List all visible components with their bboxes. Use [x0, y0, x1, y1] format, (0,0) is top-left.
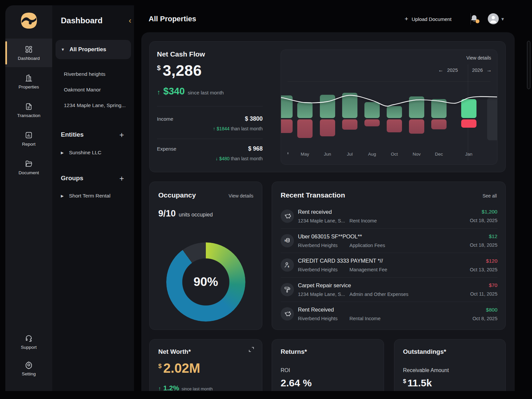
transaction-row[interactable]: $ Uber 063015 SF**POOL** Riverbend Heigh…	[281, 228, 497, 253]
transaction-title: Rent Received	[298, 307, 472, 313]
app-logo[interactable]	[20, 12, 38, 29]
card-title: Net Cash Flow	[157, 50, 205, 58]
main-content: Net Cash Flow $ 3,286 ↑ $340 since last …	[141, 32, 515, 391]
net-cash-flow-delta: ↑ $340 since last month	[157, 86, 224, 97]
user-icon	[488, 13, 499, 24]
cashflow-chart-panel: View details ← 2025 2026 → MayJunJulAugO…	[281, 50, 497, 165]
transaction-title: CREDIT CARD 3333 PAYMENT *//	[298, 258, 470, 264]
sidebar-item-report[interactable]: Report	[5, 124, 52, 153]
income-delta: ↑ $1844 than last month	[157, 126, 263, 131]
occupancy-percent: 90%	[166, 242, 245, 322]
transaction-row[interactable]: Carpet Repair service 1234 Maple Lane, S…	[281, 277, 497, 302]
sidebar-item-properties[interactable]: Properties	[5, 67, 52, 96]
transaction-category: Rent Income	[349, 218, 377, 223]
top-header: All Properties + Upload Document ▼	[134, 0, 532, 32]
avatar[interactable]	[488, 13, 499, 24]
scrollbar-thumb[interactable]	[527, 41, 530, 89]
net-cash-flow-card: Net Cash Flow $ 3,286 ↑ $340 since last …	[149, 41, 506, 172]
expense-delta: ↓ $480 than last month	[157, 156, 263, 161]
see-all-link[interactable]: See all	[482, 193, 497, 199]
transaction-title: Uber 063015 SF**POOL**	[298, 233, 470, 240]
currency-symbol: $	[158, 363, 162, 376]
sidebar-item-label: Support	[21, 345, 37, 350]
transaction-category: Application Fees	[349, 243, 385, 248]
expense-row: Expense $ 968	[157, 145, 263, 152]
svg-text:$: $	[285, 239, 286, 242]
add-entity-button[interactable]: +	[118, 131, 125, 139]
upload-document-button[interactable]: + Upload Document	[405, 15, 452, 23]
trend-line	[281, 50, 497, 165]
plus-icon: +	[405, 15, 408, 23]
outstandings-card: Outstandings* Receivable Amount $11.5k	[394, 339, 506, 391]
gear-icon	[25, 361, 33, 369]
transaction-amount: $1,200	[470, 209, 497, 215]
sidebar-item-label: Dashboard	[18, 56, 40, 61]
group-item[interactable]: ▶ Short Term Rental	[61, 193, 110, 199]
property-list-item[interactable]: Oakmont Manor	[64, 87, 130, 93]
sidebar-panel: Dashboard ‹ ▼ All Properties Riverbend h…	[52, 5, 134, 391]
sidebar-item-transaction[interactable]: Transaction	[5, 96, 52, 124]
transaction-title: Carpet Repair service	[298, 282, 470, 289]
transaction-date: Oct 11, 2025	[470, 291, 497, 297]
net-worth-value: $ 2.02M	[158, 361, 200, 376]
recent-transactions-card: Recent Transaction See all Rent received…	[272, 182, 506, 330]
card-title: Outstandings*	[403, 348, 446, 355]
divider	[157, 139, 263, 139]
card-title: Recent Transaction	[281, 191, 345, 199]
transaction-property: 1234 Maple Lane, S...	[298, 218, 349, 223]
arrow-down-icon: ↓	[215, 156, 218, 161]
page-title: All Properties	[149, 15, 196, 23]
piggy-bank-icon	[284, 212, 291, 220]
transaction-date: Oct 18, 2025	[470, 242, 497, 248]
property-list-item[interactable]: Riverbend heights	[64, 71, 130, 77]
transaction-row[interactable]: $ CREDIT CARD 3333 PAYMENT *// Riverbend…	[281, 253, 497, 277]
logo-icon	[20, 12, 38, 29]
dashboard-grid-icon	[25, 45, 33, 54]
expand-icon[interactable]	[248, 346, 255, 353]
income-row: Income $ 3800	[157, 115, 263, 122]
occupancy-card: Occupancy View details 9/10 units occupi…	[149, 182, 262, 330]
sidebar-item-dashboard[interactable]: Dashboard	[5, 39, 52, 67]
transaction-category: Admin and Other Expenses	[349, 292, 408, 297]
net-worth-card: Net Worth* $ 2.02M ↑ 1.2% since last mon…	[149, 339, 262, 391]
notification-badge	[475, 19, 479, 23]
property-list-item[interactable]: 1234 Maple Lane, Spring...	[64, 102, 130, 108]
transaction-date: Oct 8, 2025	[472, 316, 497, 321]
card-title: Occupancy	[158, 191, 196, 199]
sidebar-item-support[interactable]: Support	[5, 329, 52, 355]
add-group-button[interactable]: +	[118, 175, 125, 183]
property-selector[interactable]: ▼ All Properties	[56, 40, 131, 59]
transaction-amount: $70	[470, 282, 497, 288]
groups-heading: Groups	[61, 175, 83, 182]
sidebar-item-setting[interactable]: Setting	[5, 355, 52, 382]
roi-label: ROI	[281, 367, 290, 373]
currency-symbol: $	[157, 64, 161, 79]
returns-card: Returns* ROI 2.64 %	[272, 339, 384, 391]
sidebar-item-document[interactable]: Document	[5, 153, 52, 182]
transaction-date: Oct 13, 2025	[470, 267, 497, 272]
receivable-value: $11.5k	[403, 377, 432, 389]
rail-footer: Support Setting	[5, 329, 52, 382]
piggy-bank-icon	[284, 310, 291, 318]
transaction-property: Riverbend Heights	[298, 243, 349, 248]
collapse-chevron-icon[interactable]: ‹	[129, 17, 131, 25]
currency-symbol: $	[403, 378, 406, 384]
invoice-icon	[25, 102, 33, 111]
coins-icon: $	[284, 237, 291, 244]
card-title: Returns*	[281, 348, 307, 355]
transaction-property: Riverbend Heights	[298, 267, 349, 272]
svg-text:$: $	[288, 265, 289, 268]
sidebar-item-label: Document	[19, 170, 39, 175]
app-root: Dashboard Properties Transaction	[0, 0, 532, 399]
transaction-property: 1234 Maple Lane, S...	[298, 292, 349, 297]
transaction-row[interactable]: Rent received 1234 Maple Lane, S... Rent…	[281, 204, 497, 228]
notifications-button[interactable]	[469, 14, 479, 24]
sidebar-rail: Dashboard Properties Transaction	[5, 5, 52, 391]
net-worth-delta: ↑ 1.2% since last month	[158, 384, 213, 391]
sidebar-item-label: Transaction	[17, 113, 40, 118]
view-details-link[interactable]: View details	[229, 193, 253, 199]
chevron-down-icon[interactable]: ▼	[500, 17, 505, 22]
transaction-row[interactable]: Rent Received Riverbend Heights Rental I…	[281, 302, 497, 326]
entity-item[interactable]: ▶ Sunshine LLC	[61, 150, 101, 156]
panel-title: Dashboard	[61, 16, 102, 25]
